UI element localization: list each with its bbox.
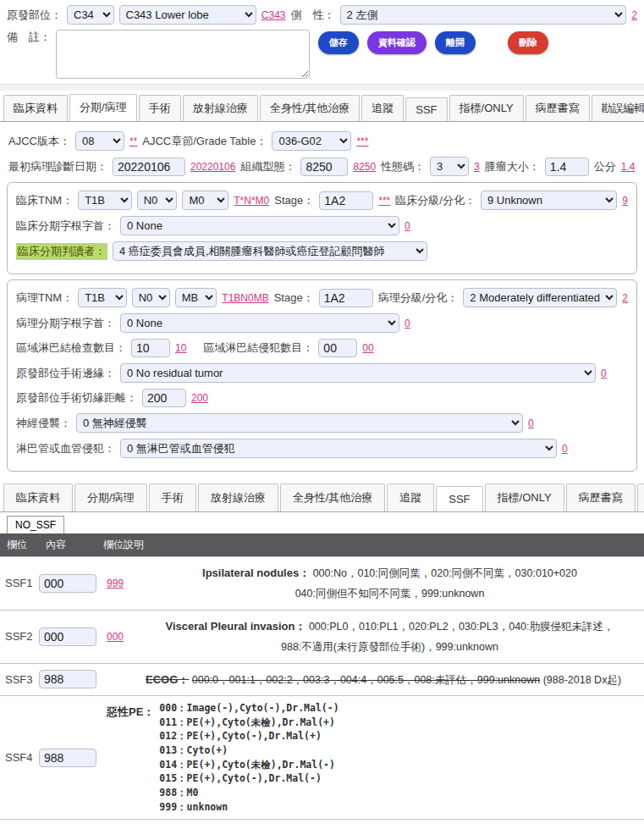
surgical-margins-select[interactable]: 0 No residual tumor: [120, 363, 596, 383]
tab-ssf[interactable]: SSF: [405, 97, 447, 121]
path-t-select[interactable]: T1B: [78, 288, 126, 307]
save-button[interactable]: 儲存: [318, 31, 359, 54]
path-tnm-label: 病理TNM：: [16, 290, 73, 306]
clinical-grade-link[interactable]: 9: [622, 195, 628, 207]
tab-radiation-2[interactable]: 放射線治療: [198, 484, 278, 511]
grade-table-select[interactable]: 036-G02: [272, 131, 351, 151]
laterality-select[interactable]: 2 左側: [340, 5, 627, 25]
nodes-examined-link[interactable]: 10: [175, 342, 186, 354]
primary-site-code-select[interactable]: C34: [67, 5, 114, 25]
nodes-positive-link[interactable]: 00: [362, 342, 373, 354]
laterality-link[interactable]: 2: [631, 9, 637, 21]
histology-link[interactable]: 8250: [353, 161, 376, 173]
nodes-examined-input[interactable]: [131, 339, 170, 357]
primary-site-link[interactable]: C343: [261, 9, 286, 21]
tab-bar-staging: 臨床資料 分期/病理 手術 放射線治療 全身性/其他治療 追蹤 SSF 指標/O…: [0, 91, 644, 122]
tab-indicator-only[interactable]: 指標/ONLY: [449, 95, 524, 121]
clinical-prefix-select[interactable]: 0 None: [120, 216, 399, 235]
tab-followup[interactable]: 追蹤: [361, 95, 404, 121]
tab-clinical-data[interactable]: 臨床資料: [3, 95, 68, 121]
tab-errata-edit-2[interactable]: 勘誤編輯: [637, 484, 644, 511]
clinical-grade-select[interactable]: 9 Unknown: [481, 191, 617, 210]
delete-button[interactable]: 刪除: [508, 31, 548, 54]
tab-ssf-2[interactable]: SSF: [436, 486, 482, 512]
primary-site-detail-select[interactable]: C343 Lower lobe: [119, 5, 256, 25]
laterality-label: 側 性：: [291, 8, 335, 23]
perineural-invasion-select[interactable]: 0 無神經侵襲: [76, 413, 523, 433]
record-header: 原發部位： C34 C343 Lower lobe C343 側 性： 2 左側…: [0, 0, 644, 80]
path-tnm-link[interactable]: T1BN0MB: [222, 292, 268, 304]
diag-date-link[interactable]: 20220106: [190, 161, 235, 173]
path-n-select[interactable]: N0: [132, 288, 170, 307]
clinical-stage-link[interactable]: ***: [378, 195, 390, 207]
tab-systemic-other-2[interactable]: 全身性/其他治療: [280, 484, 386, 511]
tab-systemic-other[interactable]: 全身性/其他治療: [260, 95, 361, 121]
ssf1-value-input[interactable]: [39, 574, 96, 593]
tab-followup-2[interactable]: 追蹤: [387, 484, 434, 511]
ssf5-description: Sampling N2 nodule(23ab456789)： 000:No d…: [146, 825, 639, 829]
ssf3-value-input[interactable]: [39, 670, 96, 688]
histology-input[interactable]: [300, 158, 348, 176]
margin-distance-input[interactable]: [142, 389, 186, 407]
grade-table-link[interactable]: ***: [356, 135, 368, 147]
no-ssf-button[interactable]: NO_SSF: [7, 516, 64, 533]
ssf3-title: ECOG：: [146, 673, 189, 686]
path-grade-link[interactable]: 2: [622, 292, 628, 304]
note-textarea[interactable]: [56, 30, 310, 79]
tab-radiation[interactable]: 放射線治療: [183, 95, 258, 121]
clinical-m-select[interactable]: M0: [182, 191, 228, 210]
behavior-label: 性態碼：: [381, 159, 425, 174]
tab-chart-writing-2[interactable]: 病歷書寫: [566, 484, 636, 511]
path-prefix-label: 病理分期字根字首：: [16, 316, 115, 331]
tab-surgery-2[interactable]: 手術: [149, 484, 196, 511]
ssf2-value-input[interactable]: [39, 627, 96, 646]
tab-errata-edit[interactable]: 勘誤編輯: [592, 95, 644, 121]
lvi-link[interactable]: 0: [562, 443, 568, 455]
ssf2-line1: 000:PL0，010:PL1，020:PL2，030:PL3，040:肋膜侵犯…: [309, 621, 614, 633]
ssf2-id: SSF2: [5, 630, 39, 643]
tab-indicator-only-2[interactable]: 指標/ONLY: [485, 484, 564, 511]
clinical-stage-input[interactable]: [319, 191, 373, 210]
path-prefix-select[interactable]: 0 None: [120, 313, 399, 333]
tab-chart-writing[interactable]: 病歷書寫: [526, 95, 590, 121]
ssf4-value-input[interactable]: [39, 749, 96, 767]
lvi-select[interactable]: 0 無淋巴管或血管侵犯: [120, 439, 557, 458]
path-prefix-link[interactable]: 0: [405, 318, 410, 329]
tumor-size-input[interactable]: [545, 158, 589, 176]
lvi-label: 淋巴管或血管侵犯：: [16, 441, 115, 456]
tab-surgery[interactable]: 手術: [139, 95, 181, 121]
tab-clinical-data-2[interactable]: 臨床資料: [3, 484, 73, 511]
behavior-link[interactable]: 3: [474, 161, 480, 173]
exit-button[interactable]: 離開: [435, 31, 476, 54]
ssf1-line2: 040:同側但不知同不同葉，999:unknown: [146, 583, 634, 604]
data-confirm-button[interactable]: 資料確認: [367, 31, 427, 54]
perineural-invasion-link[interactable]: 0: [528, 417, 534, 429]
tab-bar-ssf: 臨床資料 分期/病理 手術 放射線治療 全身性/其他治療 追蹤 SSF 指標/O…: [0, 480, 644, 512]
clinical-staged-by-select[interactable]: 4 癌症委員會成員,相關腫瘤科醫師或癌症登記顧問醫師: [113, 241, 427, 261]
clinical-n-select[interactable]: N0: [137, 191, 178, 210]
behavior-select[interactable]: 3: [430, 157, 469, 176]
tumor-size-link[interactable]: 1.4: [621, 161, 636, 173]
clinical-prefix-link[interactable]: 0: [405, 220, 410, 232]
tumor-size-label: 腫瘤大小：: [485, 159, 540, 174]
action-buttons: 儲存 資料確認 離開 刪除: [318, 31, 548, 54]
margin-distance-link[interactable]: 200: [191, 392, 208, 404]
ajcc-version-link[interactable]: **: [129, 135, 137, 147]
staging-panel: AJCC版本： 08 ** AJCC章節/Grade Table： 036-G0…: [0, 122, 644, 480]
clinical-t-select[interactable]: T1B: [78, 191, 131, 210]
ssf1-link[interactable]: 999: [107, 578, 146, 589]
path-m-select[interactable]: MB: [175, 288, 217, 307]
ajcc-version-select[interactable]: 08: [75, 131, 124, 151]
ssf2-link[interactable]: 000: [107, 631, 146, 643]
path-stage-input[interactable]: [319, 289, 373, 307]
tab-staging-pathology[interactable]: 分期/病理: [69, 94, 137, 122]
table-row-ssf4: SSF4 惡性PE： 000：Image(-),Cyto(-),Dr.Mal(-…: [0, 695, 644, 819]
surgical-margins-link[interactable]: 0: [601, 368, 607, 379]
path-grade-select[interactable]: 2 Moderately differentiated: [463, 288, 617, 307]
clinical-tnm-link[interactable]: T*N*M0: [234, 195, 269, 207]
diag-date-input[interactable]: [113, 158, 185, 176]
ssf4-line2: 012：PE(+),Cyto(-),Dr.Mal(+): [159, 729, 339, 743]
tab-staging-pathology-2[interactable]: 分期/病理: [74, 484, 147, 511]
margin-distance-label: 原發部位手術切緣距離：: [16, 390, 137, 406]
nodes-positive-input[interactable]: [318, 339, 357, 357]
